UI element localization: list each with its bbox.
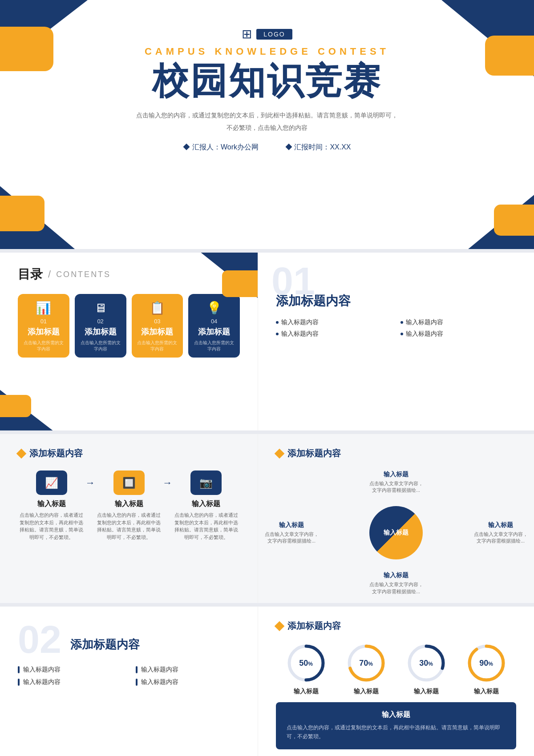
s2-corner-tr	[195, 253, 258, 302]
slide-3: 添加标题内容 📈 输入标题 点击输入您的内容，或者通过复制您的文本后，再此框中选…	[0, 434, 534, 603]
progress-30: 30% 输入标题	[406, 643, 446, 696]
bullet-1: 输入标题内容	[276, 318, 392, 326]
arrow-1: →	[85, 470, 95, 489]
process-step-2: 🔲 输入标题 点击输入您的内容，或者通过复制您的文本后，再此框中选择粘贴。请言简…	[95, 470, 163, 541]
logo-area: ⊞ LOGO	[0, 27, 534, 41]
circle-30: 30%	[406, 643, 446, 683]
divider-1	[0, 249, 534, 253]
main-title: 校园知识竞赛	[0, 61, 534, 101]
s4-bullet-3: 输入标题内容	[136, 666, 240, 674]
step1-box: 📈	[36, 470, 67, 495]
progress-70: 70% 输入标题	[346, 643, 386, 696]
circle-center: 输入标题	[369, 506, 423, 559]
section3-right-header: 添加标题内容	[276, 447, 516, 459]
divider-3	[0, 603, 534, 607]
bullet-2: 输入标题内容	[400, 318, 516, 326]
circle-item-bottom: 输入标题 点击输入文章文字内容，文字内容需根据描绘...	[367, 571, 425, 595]
content-card-4: 💡 04 添加标题 点击输入您所需的文字内容	[188, 294, 240, 358]
diamond-icon-left	[16, 448, 27, 458]
card3-icon: 📋	[136, 301, 179, 315]
section02-bullets: 输入标题内容 输入标题内容 输入标题内容 输入标题内容	[18, 666, 240, 691]
s4-bullet-4: 输入标题内容	[136, 678, 240, 686]
divider-2	[0, 430, 534, 434]
section01-panel: 01 添加标题内容 输入标题内容 输入标题内容 输入标题内容 输入标题内容	[258, 253, 534, 430]
slide1-content: ⊞ LOGO CAMPUS KNOWLEDGE CONTEST 校园知识竞赛 点…	[0, 0, 534, 152]
subtitle-en: CAMPUS KNOWLEDGE CONTEST	[0, 46, 534, 57]
section02-title: 添加标题内容	[70, 637, 140, 659]
s4-bullet-1: 输入标题内容	[18, 666, 122, 674]
circle-item-top: 输入标题 点击输入文章文字内容，文字内容需根据描绘...	[367, 470, 425, 494]
slide-1: ⊞ LOGO CAMPUS KNOWLEDGE CONTEST 校园知识竞赛 点…	[0, 0, 534, 249]
corner-bl	[0, 182, 80, 249]
section02-panel: 02 添加标题内容 输入标题内容 输入标题内容 输入标题内容	[0, 607, 258, 756]
bottom-bar: 输入标题 点击输入您的内容，或通过复制您的文本后，再此框中选择粘贴。请言简意赅，…	[276, 702, 516, 749]
big-num-02: 02	[18, 620, 61, 659]
progress-section: 添加标题内容 50% 输入标题	[258, 607, 534, 756]
content-card-2: 🖥 02 添加标题 点击输入您所需的文字内容	[75, 294, 126, 358]
section3-left-header: 添加标题内容	[18, 447, 240, 459]
circle-item-left: 输入标题 点击输入文章文字内容，文字内容需根据描绘...	[263, 521, 320, 545]
slide-2: 目录 / CONTENTS 📊 01 添加标题 点击输入您所需的文字内容 🖥 0…	[0, 253, 534, 430]
card4-icon: 💡	[193, 301, 235, 315]
card1-icon: 📊	[22, 301, 65, 315]
progress-50: 50% 输入标题	[286, 643, 326, 696]
description: 点击输入您的内容，或通过复制您的文本后，到此框中选择粘贴。请言简意赅，简单说明即…	[0, 109, 534, 134]
corner-br	[463, 191, 534, 249]
bullet-3: 输入标题内容	[276, 330, 392, 338]
process-flow: 📈 输入标题 点击输入您的内容，或者通过复制您的文本后，再此框中选择粘贴。请言简…	[18, 470, 240, 541]
circle-50: 50%	[286, 643, 326, 683]
arrow-2: →	[162, 470, 172, 489]
circle-90: 90%	[466, 643, 506, 683]
logo-icon: ⊞	[242, 27, 252, 41]
content-card-3: 📋 03 添加标题 点击输入您所需的文字内容	[132, 294, 183, 358]
reporter: ◆ 汇报人：Work办公网	[183, 143, 258, 152]
circle-diagram: 输入标题 点击输入文章文字内容，文字内容需根据描绘... 输入标题 点击输入文章…	[276, 470, 516, 595]
step3-box: 📷	[190, 470, 222, 495]
section4-right-header: 添加标题内容	[276, 620, 516, 632]
progress-row: 50% 输入标题 70% 输入标题	[276, 643, 516, 696]
content-card-1: 📊 01 添加标题 点击输入您所需的文字内容	[18, 294, 69, 358]
progress-90: 90% 输入标题	[466, 643, 506, 696]
process-step-1: 📈 输入标题 点击输入您的内容，或者通过复制您的文本后，再此框中选择粘贴。请言简…	[18, 470, 85, 541]
step2-box: 🔲	[113, 470, 145, 495]
logo-badge: LOGO	[256, 29, 292, 40]
diamond-icon-right	[275, 448, 285, 458]
meta-row: ◆ 汇报人：Work办公网 ◆ 汇报时间：XX.XX	[0, 143, 534, 152]
circle-section: 添加标题内容 输入标题 点击输入文章文字内容，文字内容需根据描绘... 输入标题…	[258, 434, 534, 603]
card2-icon: 🖥	[79, 301, 122, 315]
bullet-list-01: 输入标题内容 输入标题内容 输入标题内容 输入标题内容	[276, 318, 516, 338]
process-section: 添加标题内容 📈 输入标题 点击输入您的内容，或者通过复制您的文本后，再此框中选…	[0, 434, 258, 603]
contents-section: 目录 / CONTENTS 📊 01 添加标题 点击输入您所需的文字内容 🖥 0…	[0, 253, 258, 430]
circle-item-right: 输入标题 点击输入文章文字内容，文字内容需根据描绘...	[472, 521, 530, 545]
contents-grid: 📊 01 添加标题 点击输入您所需的文字内容 🖥 02 添加标题 点击输入您所需…	[18, 294, 240, 358]
report-date: ◆ 汇报时间：XX.XX	[285, 143, 351, 152]
bullet-4: 输入标题内容	[400, 330, 516, 338]
s4-bullet-2: 输入标题内容	[18, 678, 122, 686]
s2-corner-bl	[0, 390, 53, 430]
diamond-icon-s4	[275, 621, 285, 631]
slide-4: 02 添加标题内容 输入标题内容 输入标题内容 输入标题内容	[0, 607, 534, 756]
circle-70: 70%	[346, 643, 386, 683]
process-step-3: 📷 输入标题 点击输入您的内容，或者通过复制您的文本后，再此框中选择粘贴。请言简…	[172, 470, 240, 541]
